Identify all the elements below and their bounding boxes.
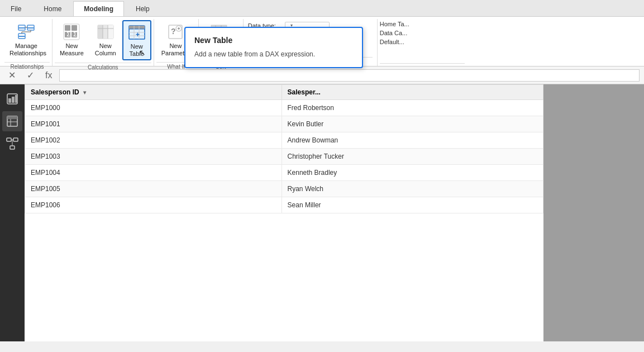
parameter-icon: ? <box>166 23 184 41</box>
column-header-id[interactable]: Salesperson ID ▾ <box>25 85 282 100</box>
svg-rect-47 <box>15 95 17 103</box>
svg-rect-1 <box>18 27 25 28</box>
cell-id: EMP1002 <box>25 132 282 149</box>
cell-name: Christopher Tucker <box>282 149 543 165</box>
svg-text:∑: ∑ <box>66 31 70 36</box>
fx-button[interactable]: fx <box>41 69 56 82</box>
tab-modeling[interactable]: Modeling <box>73 1 124 16</box>
sidebar-icon-model[interactable] <box>2 134 22 154</box>
svg-rect-49 <box>7 116 17 119</box>
tooltip-description: Add a new table from a DAX expression. <box>194 49 353 59</box>
cell-name: Kevin Butler <box>282 116 543 132</box>
confirm-button[interactable]: ✓ <box>23 68 38 82</box>
cell-name: Sean Miller <box>282 197 543 213</box>
new-measure-button[interactable]: ∑ ∑ NewMeasure <box>55 20 89 60</box>
tab-file[interactable]: File <box>0 1 32 16</box>
table-row: EMP1002 Andrew Bowman <box>25 132 543 149</box>
cell-name: Fred Robertson <box>282 100 543 116</box>
svg-rect-46 <box>12 97 15 103</box>
table-icon: + <box>128 23 146 41</box>
svg-rect-45 <box>8 98 11 103</box>
manage-relationships-button[interactable]: ManageRelationships <box>4 20 48 60</box>
manage-relationships-label: ManageRelationships <box>9 42 43 57</box>
cell-id: EMP1004 <box>25 165 282 181</box>
cell-id: EMP1003 <box>25 149 282 165</box>
table-row: EMP1001 Kevin Butler <box>25 116 543 132</box>
cancel-button[interactable]: ✕ <box>4 68 20 82</box>
tab-bar: File Home Modeling Help <box>0 0 644 17</box>
new-column-label: NewColumn <box>95 42 116 57</box>
svg-rect-5 <box>18 36 25 37</box>
tab-help[interactable]: Help <box>125 1 160 16</box>
table-row: EMP1000 Fred Robertson <box>25 100 543 116</box>
right-panel <box>543 84 644 341</box>
tooltip-overlay: New Table Add a new table from a DAX exp… <box>184 27 363 68</box>
svg-rect-20 <box>108 25 113 39</box>
ribbon-group-home-table: Home Ta... Data Ca... Default... <box>378 19 467 66</box>
cell-name: Ryan Welch <box>282 181 543 197</box>
filter-icon[interactable]: ▾ <box>83 89 86 96</box>
formula-input[interactable] <box>59 69 640 82</box>
ribbon-group-relationships: ManageRelationships Relationships <box>2 19 53 66</box>
formula-bar: ✕ ✓ fx <box>0 66 644 84</box>
sidebar-icon-data[interactable] <box>2 111 22 131</box>
home-table-group-label <box>380 63 465 66</box>
home-table-label: Home Ta... <box>380 21 413 27</box>
svg-rect-54 <box>10 146 15 149</box>
table-row: EMP1003 Christopher Tucker <box>25 149 543 165</box>
svg-rect-18 <box>98 25 103 39</box>
main-area: Salesperson ID ▾ Salesper... EMP1000 Fre… <box>0 84 644 341</box>
table-row: EMP1006 Sean Miller <box>25 197 543 213</box>
new-column-button[interactable]: NewColumn <box>90 20 121 60</box>
tooltip-box: New Table Add a new table from a DAX exp… <box>184 27 363 68</box>
new-measure-label: NewMeasure <box>60 42 84 57</box>
cell-id: EMP1006 <box>25 197 282 213</box>
cell-name: Kenneth Bradley <box>282 165 543 181</box>
data-table: Salesperson ID ▾ Salesper... EMP1000 Fre… <box>25 84 543 213</box>
svg-rect-52 <box>7 138 11 141</box>
cell-name: Andrew Bowman <box>282 132 543 149</box>
cell-id: EMP1000 <box>25 100 282 116</box>
svg-text:+: + <box>136 31 140 39</box>
svg-rect-53 <box>13 138 18 141</box>
svg-rect-19 <box>103 25 108 39</box>
svg-text:?: ? <box>171 27 176 36</box>
svg-rect-11 <box>65 25 70 31</box>
default-label: Default... <box>380 39 413 45</box>
svg-rect-3 <box>27 27 34 28</box>
column-icon <box>97 23 115 41</box>
column-header-name[interactable]: Salesper... <box>282 85 543 100</box>
ribbon-group-calculations: ∑ ∑ NewMeasure <box>53 19 154 66</box>
sidebar <box>0 84 25 341</box>
svg-rect-25 <box>129 26 145 29</box>
tooltip-title: New Table <box>194 36 353 45</box>
sidebar-icon-report[interactable] <box>2 89 22 109</box>
tab-home[interactable]: Home <box>33 1 72 16</box>
svg-text:∑: ∑ <box>73 31 77 36</box>
cell-id: EMP1001 <box>25 116 282 132</box>
new-table-button[interactable]: + NewTable ↖ <box>122 20 151 60</box>
table-row: EMP1004 Kenneth Bradley <box>25 165 543 181</box>
measure-icon: ∑ ∑ <box>63 23 80 41</box>
relationships-icon <box>17 23 35 41</box>
cell-id: EMP1005 <box>25 181 282 197</box>
table-row: EMP1005 Ryan Welch <box>25 181 543 197</box>
data-category-label: Data Ca... <box>380 30 413 36</box>
svg-rect-12 <box>71 25 77 31</box>
table-area: Salesperson ID ▾ Salesper... EMP1000 Fre… <box>25 84 543 341</box>
